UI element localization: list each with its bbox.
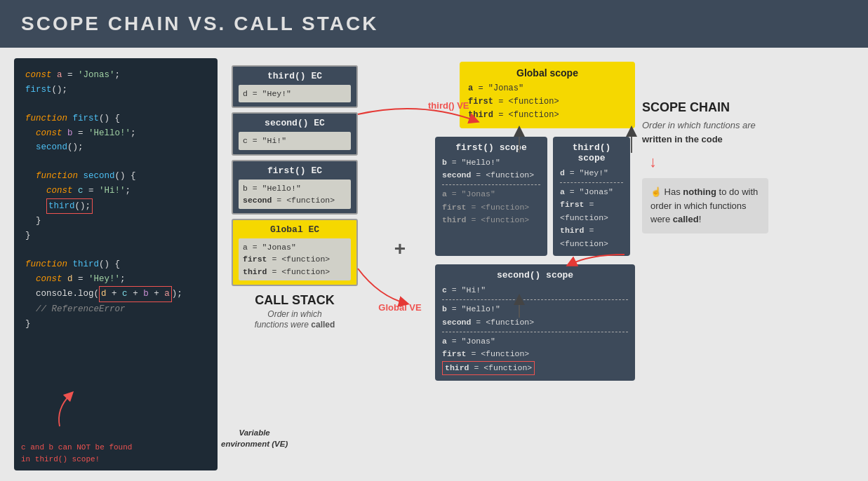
- callstack-first-title: first() EC: [239, 165, 351, 176]
- callstack-third-title: third() EC: [239, 71, 351, 81]
- third-scope-title: third() scope: [560, 142, 623, 163]
- third-scope-box: third() scope d = "Hey!" a = "Jonas" fir…: [553, 137, 630, 256]
- callstack-second-title: second() EC: [239, 118, 351, 128]
- scope-chain-title: SCOPE CHAIN: [642, 100, 730, 115]
- callstack-global-title: Global EC: [239, 224, 351, 235]
- code-panel: const a = 'Jonas'; first(); function fir…: [14, 58, 218, 470]
- scope-chain-explain: SCOPE CHAIN Order in which functions are…: [642, 58, 768, 470]
- second-scope-title: second() scope: [442, 270, 628, 280]
- third-scope-body: d = "Hey!" a = "Jonas" first = <function…: [560, 167, 623, 250]
- callstack-second-block: second() EC c = "Hi!": [232, 112, 358, 155]
- callstack-label: CALL STACK: [255, 293, 334, 308]
- center-labels: + Global VE: [372, 58, 428, 470]
- ve-note: Variableenvironment (VE): [221, 427, 288, 449]
- callstack-global-block: Global EC a = "Jonas" first = <function>…: [232, 219, 358, 286]
- first-scope-body: b = "Hello!" second = <function> a = "Jo…: [442, 156, 540, 227]
- callstack-third-body: d = "Hey!": [239, 85, 351, 102]
- callstack-panel: third() EC d = "Hey!" second() EC c = "H…: [225, 58, 365, 470]
- first-scope-title: first() scope: [442, 142, 540, 153]
- global-scope-title: Global scope: [468, 67, 627, 79]
- scope-chain-desc: Order in which functions are written in …: [642, 118, 768, 146]
- code-note: c and b can NOT be foundin third() scope…: [21, 442, 132, 465]
- second-scope-body: c = "Hi!" b = "Hello!" second = <functio…: [442, 284, 628, 375]
- global-scope-box: Global scope a = "Jonas" first = <functi…: [460, 62, 635, 128]
- callstack-sublabel: Order in whichfunctions were called: [255, 309, 335, 331]
- callstack-first-body: b = "Hello!" second = <function>: [239, 179, 351, 210]
- callstack-third-block: third() EC d = "Hey!": [232, 65, 358, 108]
- scope-chain-note: ☝️ Has nothing to do with order in which…: [642, 178, 768, 233]
- callstack-first-block: first() EC b = "Hello!" second = <functi…: [232, 160, 358, 215]
- callstack-global-body: a = "Jonas" first = <function> third = <…: [239, 238, 351, 280]
- scope-panels: Global scope a = "Jonas" first = <functi…: [435, 58, 635, 470]
- global-scope-body: a = "Jonas" first = <function> third = <…: [468, 82, 627, 123]
- page-title: SCOPE CHAIN VS. CALL STACK: [21, 13, 378, 35]
- header: SCOPE CHAIN VS. CALL STACK: [0, 0, 868, 48]
- first-scope-box: first() scope b = "Hello!" second = <fun…: [435, 137, 547, 256]
- down-arrow-icon: ↓: [649, 153, 657, 171]
- second-scope-box: second() scope c = "Hi!" b = "Hello!" se…: [435, 264, 635, 381]
- global-ve-label: Global VE: [378, 302, 421, 313]
- plus-sign: +: [394, 238, 406, 260]
- callstack-second-body: c = "Hi!": [239, 132, 351, 149]
- third-ve-label: third() VE: [428, 100, 469, 111]
